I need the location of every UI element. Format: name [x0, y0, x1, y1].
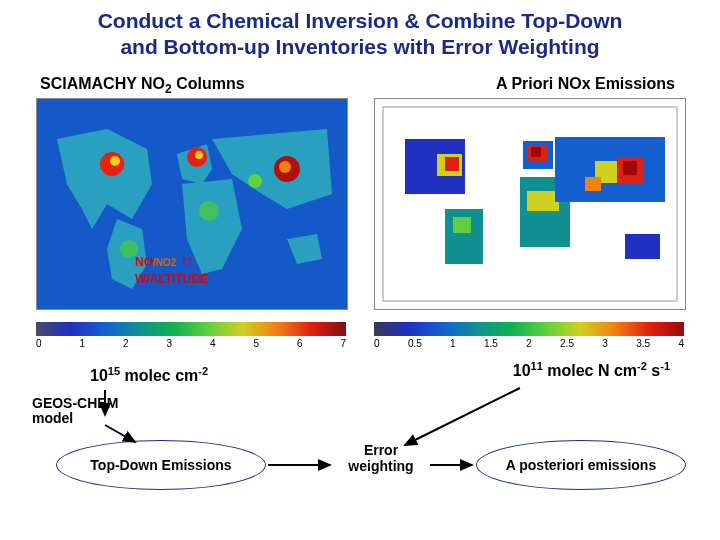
- svg-point-4: [195, 151, 203, 159]
- tick: 0: [36, 338, 42, 349]
- error-weighting-label: Error weighting: [336, 442, 426, 474]
- svg-rect-14: [445, 157, 459, 171]
- svg-point-9: [248, 174, 262, 188]
- tick: 1.5: [484, 338, 498, 349]
- model-label: GEOS-CHEM model: [32, 396, 118, 427]
- tick: 2: [123, 338, 129, 349]
- tick: 7: [340, 338, 346, 349]
- tick: 3: [166, 338, 172, 349]
- right-colorbar: [374, 322, 684, 336]
- svg-rect-16: [453, 217, 471, 233]
- u: molec N cm: [543, 362, 637, 379]
- svg-line-29: [105, 425, 135, 442]
- tick: 1: [79, 338, 85, 349]
- top-down-bubble: Top-Down Emissions: [56, 440, 266, 490]
- anno-no2-text: /NO2: [153, 257, 176, 268]
- u: 15: [108, 365, 120, 377]
- right-world-heatmap: [374, 98, 684, 308]
- anno-altitude: W/ALTITUDE: [135, 272, 208, 286]
- u: 10: [513, 362, 531, 379]
- anno-no-text: NO: [135, 255, 153, 269]
- svg-rect-26: [585, 177, 601, 191]
- err-line2: weighting: [348, 458, 413, 474]
- u: -1: [660, 360, 670, 372]
- page-title: Conduct a Chemical Inversion & Combine T…: [0, 0, 720, 65]
- err-line1: Error: [364, 442, 398, 458]
- left-map-title-post: Columns: [172, 75, 245, 92]
- left-map-title: SCIAMACHY NO2 Columns: [40, 75, 245, 96]
- svg-point-7: [199, 201, 219, 221]
- right-colorbar-ticks: 0 0.5 1 1.5 2 2.5 3 3.5 4: [374, 338, 684, 349]
- u: 11: [531, 360, 543, 372]
- tick: 0: [374, 338, 380, 349]
- tick: 5: [253, 338, 259, 349]
- tick: 2.5: [560, 338, 574, 349]
- u: -2: [198, 365, 208, 377]
- svg-rect-21: [527, 191, 559, 211]
- tick: 0.5: [408, 338, 422, 349]
- up-arrows-icon: ↑↑: [180, 252, 192, 269]
- svg-rect-19: [531, 147, 541, 157]
- left-map-title-sub: 2: [165, 82, 172, 96]
- left-colorbar: [36, 322, 346, 336]
- tick: 4: [210, 338, 216, 349]
- left-units: 1015 molec cm-2: [90, 365, 208, 385]
- svg-rect-25: [623, 161, 637, 175]
- tick: 1: [450, 338, 456, 349]
- a-posteriori-bubble: A posteriori emissions: [476, 440, 686, 490]
- left-map-title-pre: SCIAMACHY NO: [40, 75, 165, 92]
- tick: 3.5: [636, 338, 650, 349]
- svg-line-31: [405, 388, 520, 445]
- u: molec cm: [120, 367, 198, 384]
- anno-no-label: NO/NO2 ↑↑: [135, 252, 192, 270]
- u: s: [647, 362, 660, 379]
- title-line-2: and Bottom-up Inventories with Error Wei…: [120, 35, 599, 58]
- svg-rect-27: [625, 234, 660, 259]
- tick: 4: [678, 338, 684, 349]
- tick: 6: [297, 338, 303, 349]
- right-units: 1011 molec N cm-2 s-1: [513, 360, 670, 380]
- model-line1: GEOS-CHEM: [32, 395, 118, 411]
- svg-point-6: [279, 161, 291, 173]
- tick: 3: [602, 338, 608, 349]
- title-line-1: Conduct a Chemical Inversion & Combine T…: [98, 9, 623, 32]
- model-line2: model: [32, 410, 73, 426]
- u: -2: [637, 360, 647, 372]
- tick: 2: [526, 338, 532, 349]
- svg-point-2: [110, 156, 120, 166]
- u: 10: [90, 367, 108, 384]
- left-colorbar-ticks: 0 1 2 3 4 5 6 7: [36, 338, 346, 349]
- right-map-title: A Priori NOx Emissions: [496, 75, 675, 93]
